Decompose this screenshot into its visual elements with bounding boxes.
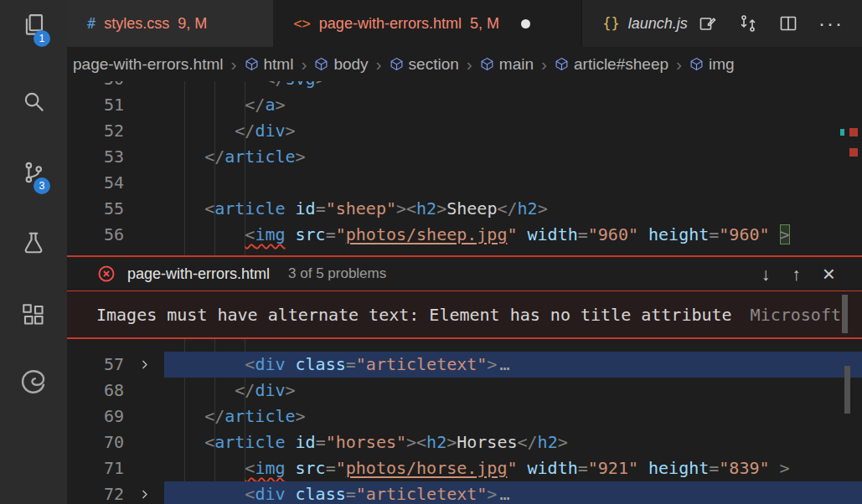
code-token: </ (497, 198, 517, 219)
test-beaker-icon[interactable] (10, 219, 57, 266)
code-line[interactable]: </div> (164, 118, 862, 144)
editor-scrollbar-thumb[interactable] (844, 366, 850, 414)
code-row[interactable]: 72 <div class="articletext">… (67, 481, 862, 504)
code-row[interactable]: 54 (67, 170, 862, 196)
source-control-icon[interactable]: 3 (10, 149, 57, 196)
code-token: h2 (426, 432, 446, 452)
code-token (164, 224, 245, 244)
tab-styles-css[interactable]: # styles.css 9, M (67, 0, 273, 47)
code-token: class (286, 484, 346, 504)
code-row[interactable]: 56 <img src="photos/sheep.jpg" width="96… (67, 222, 862, 248)
code-line[interactable]: <article id="horses"><h2>Horses</h2> (164, 429, 862, 455)
fold-gutter (124, 81, 164, 92)
file-link[interactable]: photos/horse.jpg (346, 458, 508, 478)
breadcrumb-item[interactable]: article#sheep (555, 55, 668, 74)
code-token: h2 (416, 198, 436, 219)
code-token: = (326, 458, 336, 478)
compare-changes-icon[interactable] (738, 13, 758, 33)
code-token: > (286, 121, 296, 141)
symbol-icon (314, 57, 328, 71)
previous-problem-icon[interactable]: ↑ (792, 265, 801, 283)
activity-bar: 1 3 (0, 0, 67, 504)
code-row[interactable]: 71 <img src="photos/horse.jpg" width="92… (67, 455, 862, 481)
code-token: svg (286, 81, 316, 89)
code-token: article (225, 147, 295, 167)
close-peek-icon[interactable]: × (823, 263, 835, 285)
split-editor-icon[interactable] (778, 13, 798, 33)
fold-chevron-icon[interactable] (124, 481, 164, 504)
fold-gutter (124, 144, 164, 170)
breadcrumb-item[interactable]: page-with-errors.html (73, 55, 224, 74)
fold-gutter (124, 196, 164, 222)
tab-launch-json[interactable]: {} launch.js (581, 0, 698, 47)
code-token: width (517, 224, 577, 244)
code-row[interactable]: 55 <article id="sheep"><h2>Sheep</h2> (67, 196, 862, 222)
code-row[interactable]: 68 </div> (67, 378, 862, 404)
more-actions-icon[interactable]: ··· (818, 13, 844, 33)
code-line[interactable]: <article id="sheep"><h2>Sheep</h2> (164, 196, 862, 222)
code-row[interactable]: 69 </article> (67, 404, 862, 429)
overview-ruler-error-mark (849, 148, 858, 157)
fold-gutter (124, 404, 164, 429)
tab-label: page-with-errors.html (319, 15, 462, 33)
editor-pane-top[interactable]: 50 </svg>51 </a>52 </div>53 </article>54… (67, 81, 862, 255)
code-line[interactable]: </article> (164, 144, 862, 170)
code-line[interactable]: <img src="photos/sheep.jpg" width="960" … (164, 222, 862, 248)
problem-message-row[interactable]: Images must have alternate text: Element… (67, 291, 862, 337)
code-token: = (316, 432, 326, 452)
breadcrumb: page-with-errors.html›html›body›section›… (67, 47, 862, 81)
code-token: div (255, 380, 285, 400)
search-icon[interactable] (10, 78, 57, 125)
code-token: > (558, 432, 568, 452)
code-line[interactable]: <img src="photos/horse.jpg" width="921" … (164, 455, 862, 481)
problem-message: Images must have alternate text: Element… (96, 305, 732, 325)
extensions-icon[interactable] (10, 291, 57, 338)
code-token: … (497, 354, 512, 374)
code-token: src (286, 458, 326, 478)
next-problem-icon[interactable]: ↓ (761, 265, 771, 283)
editor-pane-bottom[interactable]: 57 <div class="articletext">…68 </div>69… (67, 339, 862, 504)
code-token: " (336, 458, 346, 478)
file-link[interactable]: photos/sheep.jpg (346, 224, 508, 244)
code-row[interactable]: 57 <div class="articletext">… (67, 352, 862, 378)
tab-page-with-errors[interactable]: <> page-with-errors.html 5, M (273, 0, 581, 47)
code-token: > (275, 95, 285, 115)
edge-browser-icon[interactable] (10, 358, 57, 405)
breadcrumb-label: section (409, 55, 459, 74)
peek-scrollbar[interactable] (842, 295, 848, 333)
code-line[interactable]: </article> (164, 404, 862, 429)
code-token: >< (396, 198, 416, 219)
breadcrumb-item[interactable]: section (390, 55, 459, 74)
code-line[interactable]: </div> (164, 378, 862, 404)
line-number: 55 (67, 196, 124, 222)
breadcrumb-item[interactable]: html (245, 55, 294, 74)
code-line[interactable]: <div class="articletext">… (164, 481, 862, 504)
code-row[interactable]: 50 </svg> (67, 81, 862, 92)
code-row[interactable]: 53 </article> (67, 144, 862, 170)
fold-gutter (124, 118, 164, 144)
code-line[interactable]: </svg> (164, 81, 862, 92)
code-row[interactable]: 51 </a> (67, 92, 862, 118)
breadcrumb-separator: › (541, 54, 547, 75)
explorer-badge: 1 (34, 30, 50, 47)
code-token: h2 (538, 432, 558, 452)
breadcrumb-item[interactable]: body (314, 55, 368, 74)
breadcrumb-label: html (264, 55, 294, 74)
breadcrumb-item[interactable]: img (689, 55, 735, 74)
open-changes-icon[interactable] (698, 13, 718, 33)
breadcrumb-separator: › (467, 54, 472, 75)
code-row[interactable]: 70 <article id="horses"><h2>Horses</h2> (67, 429, 862, 455)
code-line[interactable] (164, 170, 862, 196)
fold-gutter (124, 222, 164, 248)
explorer-icon[interactable]: 1 (10, 2, 57, 49)
code-line[interactable]: </a> (164, 92, 862, 118)
code-row[interactable]: 52 </div> (67, 118, 862, 144)
breadcrumb-item[interactable]: main (480, 55, 534, 74)
code-token: Sheep (446, 198, 497, 219)
fold-chevron-icon[interactable] (124, 352, 164, 378)
code-token: = (709, 224, 719, 244)
code-token: = (316, 198, 326, 219)
line-number: 71 (67, 455, 124, 481)
modified-dot[interactable] (521, 19, 530, 28)
code-line[interactable]: <div class="articletext">… (164, 352, 862, 378)
